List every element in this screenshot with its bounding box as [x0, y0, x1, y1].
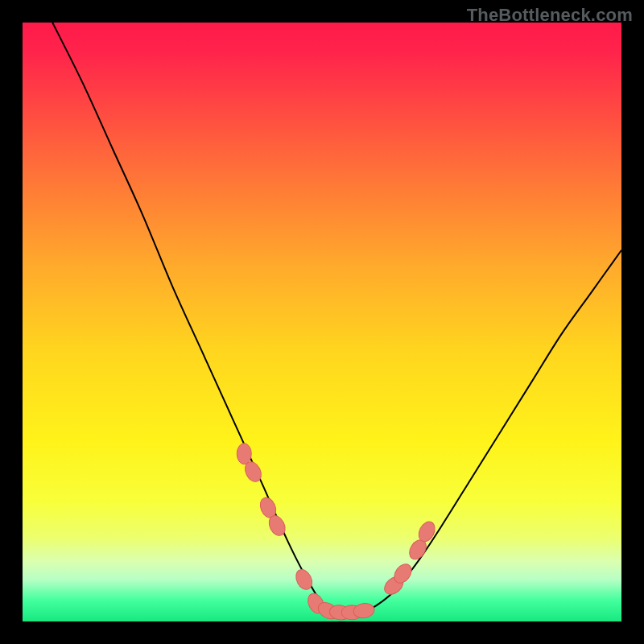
watermark-text: TheBottleneck.com — [467, 5, 633, 26]
bottleneck-curve-chart — [0, 0, 644, 644]
chart-container: TheBottleneck.com — [0, 0, 644, 644]
plot-background — [23, 23, 621, 621]
highlight-dot — [237, 444, 251, 464]
